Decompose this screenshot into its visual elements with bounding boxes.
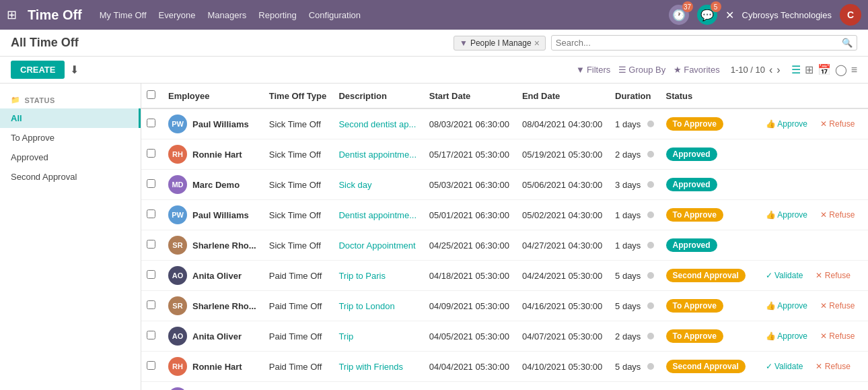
refuse-button[interactable]: ✕ Refuse [810,360,855,372]
favorites-button[interactable]: ★ Favorites [674,65,719,75]
duration-cell: 2 days [610,321,661,352]
time-off-table: Employee Time Off Type Description Start… [141,84,868,390]
row-checkbox[interactable] [147,300,155,309]
row-checkbox[interactable] [147,240,155,249]
clock-badge[interactable]: 🕐 37 [669,5,689,25]
status-cell: Approved [661,139,753,170]
status-badge: To Approve [666,299,723,313]
filter-remove-icon[interactable]: × [534,38,540,48]
employee-name: Ronnie Hart [192,362,242,372]
time-off-type-cell: Sick Time Off [264,108,334,139]
search-input-wrap[interactable]: 🔍 [551,35,857,51]
apps-icon[interactable]: ⊞ [7,7,17,22]
row-checkbox-cell [141,382,163,391]
create-button[interactable]: CREATE [11,61,65,79]
status-cell: Approved [661,230,753,261]
table-row: RH Ronnie Hart Sick Time OffDentist appo… [141,139,868,170]
row-checkbox-cell [141,352,163,382]
prev-page-button[interactable]: ‹ [769,64,772,76]
start-date-cell: 05/17/2021 05:30:00 [424,139,517,170]
description-column-header[interactable]: Description [333,84,423,108]
avatar: SR [168,236,187,255]
row-checkbox[interactable] [147,331,155,339]
duration-cell: 2 days [610,139,661,170]
employee-cell: SR Sharlene Rho... [163,291,264,321]
search-bar: ▼ People I Manage × 🔍 [454,35,857,51]
dot-indicator [647,242,654,249]
sidebar-item-approved[interactable]: Approved [0,148,141,167]
employee-name: Sharlene Rho... [192,301,256,311]
validate-button[interactable]: ✓ Validate [760,269,809,282]
message-badge[interactable]: 💬 5 [697,5,717,25]
menu-everyone[interactable]: Everyone [159,10,196,20]
start-date-column-header[interactable]: Start Date [424,84,517,108]
list-view-button[interactable]: ☰ [791,63,801,76]
row-checkbox[interactable] [147,149,155,158]
dot-indicator [647,121,654,127]
row-checkbox[interactable] [147,361,155,370]
sidebar-item-all[interactable]: All [0,108,141,128]
avatar: RH [168,145,187,164]
approve-button[interactable]: 👍 Approve [760,330,813,342]
dot-indicator [647,272,654,279]
validate-button[interactable]: ✓ Validate [760,360,809,372]
end-date-column-header[interactable]: End Date [517,84,610,108]
calendar-view-button[interactable]: 📅 [818,63,831,76]
graph-view-button[interactable]: ◯ [835,63,847,76]
employee-name: Marc Demo [192,180,240,190]
approve-button[interactable]: 👍 Approve [760,209,813,221]
dot-indicator [647,181,654,188]
refuse-button[interactable]: ✕ Refuse [815,330,860,342]
group-by-button[interactable]: ☰ Group By [618,65,665,75]
approve-button[interactable]: 👍 Approve [760,118,813,130]
refuse-button[interactable]: ✕ Refuse [810,269,855,282]
download-button[interactable]: ⬇ [70,63,79,76]
refuse-button[interactable]: ✕ Refuse [815,209,860,221]
table-row: PW Paul Williams Sick Time OffDentist ap… [141,200,868,230]
menu-reporting[interactable]: Reporting [258,10,296,20]
menu-managers[interactable]: Managers [208,10,247,20]
refuse-button[interactable]: ✕ Refuse [815,118,860,130]
refuse-button[interactable]: ✕ Refuse [815,300,860,312]
toolbar: CREATE ⬇ ▼ Filters ☰ Group By ★ Favorite… [0,57,868,84]
select-all-checkbox[interactable] [147,90,155,99]
next-page-button[interactable]: › [776,64,780,76]
search-input[interactable] [556,38,842,48]
filter-tag[interactable]: ▼ People I Manage × [454,36,546,51]
avatar: MD [168,387,187,390]
row-checkbox[interactable] [147,119,155,127]
pivot-view-button[interactable]: ≡ [851,63,857,76]
filters-button[interactable]: ▼ Filters [576,65,610,75]
table-row: SR Sharlene Rho... Sick Time OffDoctor A… [141,230,868,261]
menu-my-time-off[interactable]: My Time Off [100,10,147,20]
search-icon[interactable]: 🔍 [842,38,853,48]
approve-button[interactable]: 👍 Approve [760,300,813,312]
row-checkbox[interactable] [147,179,155,188]
user-avatar[interactable]: C [840,4,861,26]
menu-configuration[interactable]: Configuration [309,10,361,20]
table-row: SR Sharlene Rho... Paid Time OffTrip to … [141,291,868,321]
close-icon[interactable]: ✕ [725,9,734,22]
main-layout: 📁 STATUS All To Approve Approved Second … [0,84,868,390]
content-area: Employee Time Off Type Description Start… [141,84,868,390]
duration-value: 5 days [615,271,641,281]
row-checkbox-cell [141,200,163,230]
company-name[interactable]: Cybrosys Technologies [742,10,832,20]
time-off-type-cell: Sick Time Off [264,170,334,200]
employee-column-header[interactable]: Employee [163,84,264,108]
sidebar-item-to-approve[interactable]: To Approve [0,128,141,148]
duration-column-header[interactable]: Duration [610,84,661,108]
actions-cell: 👍 Approve✕ Refuse [753,108,868,139]
employee-cell: SR Sharlene Rho... [163,230,264,261]
status-badge: Approved [666,148,717,161]
row-checkbox[interactable] [147,270,155,279]
row-checkbox[interactable] [147,209,155,218]
start-date-cell: 04/05/2021 05:30:00 [424,321,517,352]
select-all-header[interactable] [141,84,163,108]
end-date-cell: 05/19/2021 05:30:00 [517,139,610,170]
grid-view-button[interactable]: ⊞ [805,63,813,76]
employee-cell: AO Anita Oliver [163,261,264,291]
status-column-header[interactable]: Status [661,84,753,108]
sidebar-item-second-approval[interactable]: Second Approval [0,167,141,187]
time-off-type-column-header[interactable]: Time Off Type [264,84,334,108]
